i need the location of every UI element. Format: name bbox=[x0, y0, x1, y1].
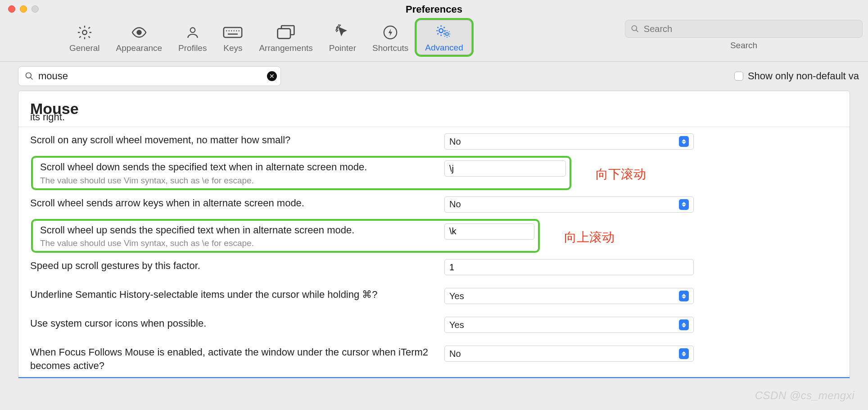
svg-line-21 bbox=[31, 77, 33, 80]
chevron-updown-icon bbox=[679, 319, 689, 330]
tab-general[interactable]: General bbox=[61, 21, 108, 55]
separator bbox=[18, 377, 850, 378]
tab-label: Pointer bbox=[329, 43, 356, 53]
tab-profiles[interactable]: Profiles bbox=[170, 21, 215, 55]
toolbar-search: Search bbox=[625, 20, 863, 50]
toolbar-tabs: General Appearance Profiles Keys bbox=[61, 20, 472, 55]
cursor-icon bbox=[335, 23, 350, 41]
tab-advanced[interactable]: Advanced bbox=[416, 20, 472, 55]
settings-list: Mouse its right. Scroll on any scroll wh… bbox=[18, 91, 850, 378]
search-icon bbox=[25, 72, 34, 81]
chevron-updown-icon bbox=[679, 348, 689, 359]
svg-point-2 bbox=[190, 27, 195, 32]
chevron-updown-icon bbox=[679, 199, 689, 210]
setting-label: Speed up scroll gestures by this factor. bbox=[30, 259, 435, 273]
svg-rect-11 bbox=[278, 29, 290, 39]
tab-label: Keys bbox=[223, 43, 242, 53]
select-control[interactable]: Yes bbox=[444, 288, 694, 304]
section-title: Mouse bbox=[18, 100, 850, 127]
setting-label: Scroll wheel sends arrow keys when in al… bbox=[30, 196, 435, 210]
tab-label: Arrangements bbox=[259, 43, 312, 53]
annotation: 向下滚动 bbox=[596, 166, 646, 183]
setting-row-highlight: Scroll wheel down sends the specified te… bbox=[31, 156, 571, 190]
filter-input[interactable] bbox=[38, 70, 262, 82]
setting-hint: The value should use Vim syntax, such as… bbox=[40, 238, 435, 248]
preferences-window: Preferences General Appearance Profi bbox=[0, 0, 868, 410]
setting-row-highlight: Scroll wheel up sends the specified text… bbox=[31, 219, 540, 253]
search-input[interactable] bbox=[644, 24, 857, 34]
gear-icon bbox=[77, 23, 93, 41]
window-title: Preferences bbox=[0, 4, 868, 15]
text-control[interactable] bbox=[444, 259, 694, 275]
setting-row: Scroll on any scroll wheel movement, no … bbox=[18, 127, 850, 156]
select-control[interactable]: Yes bbox=[444, 317, 694, 333]
keyboard-icon bbox=[223, 23, 243, 41]
select-control[interactable]: No bbox=[444, 346, 694, 362]
setting-hint: The value should use Vim syntax, such as… bbox=[40, 176, 435, 186]
select-value: Yes bbox=[449, 291, 464, 301]
toolbar: General Appearance Profiles Keys bbox=[0, 20, 868, 62]
setting-row: Scroll wheel sends arrow keys when in al… bbox=[18, 190, 850, 219]
tab-shortcuts[interactable]: Shortcuts bbox=[364, 21, 416, 55]
svg-point-17 bbox=[445, 32, 448, 35]
double-gear-icon bbox=[434, 23, 454, 41]
chevron-updown-icon bbox=[679, 136, 689, 147]
watermark: CSDN @cs_mengxi bbox=[755, 389, 854, 402]
setting-label: Underline Semantic History-selectable it… bbox=[30, 288, 435, 301]
tab-pointer[interactable]: Pointer bbox=[321, 21, 364, 55]
tab-arrangements[interactable]: Arrangements bbox=[251, 21, 321, 55]
text-control[interactable] bbox=[444, 160, 566, 177]
select-value: No bbox=[449, 199, 461, 210]
svg-rect-3 bbox=[224, 27, 242, 37]
text-control[interactable] bbox=[444, 223, 534, 240]
annotation: 向上滚动 bbox=[564, 229, 615, 246]
tab-appearance[interactable]: Appearance bbox=[108, 21, 170, 55]
tab-keys[interactable]: Keys bbox=[215, 21, 251, 55]
text-input[interactable] bbox=[449, 226, 529, 237]
setting-row: Speed up scroll gestures by this factor. bbox=[18, 253, 850, 282]
eye-icon bbox=[130, 23, 148, 41]
select-value: No bbox=[449, 137, 461, 147]
setting-row: Use system cursor icons when possible. Y… bbox=[18, 310, 850, 339]
search-label: Search bbox=[730, 41, 757, 50]
svg-point-0 bbox=[82, 30, 87, 35]
svg-line-19 bbox=[636, 30, 638, 32]
tab-label: Advanced bbox=[425, 43, 463, 53]
search-field[interactable] bbox=[625, 20, 863, 38]
svg-point-18 bbox=[632, 26, 637, 31]
filter-bar: ✕ Show only non-default va bbox=[0, 62, 868, 91]
text-input[interactable] bbox=[449, 262, 689, 273]
titlebar: Preferences bbox=[0, 0, 868, 20]
setting-label: When Focus Follows Mouse is enabled, act… bbox=[30, 346, 435, 372]
setting-row: When Focus Follows Mouse is enabled, act… bbox=[18, 339, 850, 375]
svg-point-20 bbox=[26, 73, 32, 78]
select-control[interactable]: No bbox=[444, 196, 694, 213]
setting-label: Scroll on any scroll wheel movement, no … bbox=[30, 133, 435, 147]
select-value: Yes bbox=[449, 320, 464, 330]
select-control[interactable]: No bbox=[444, 133, 694, 150]
bolt-circle-icon bbox=[383, 23, 398, 41]
person-icon bbox=[185, 23, 200, 41]
filter-field[interactable]: ✕ bbox=[18, 66, 281, 86]
text-input[interactable] bbox=[449, 164, 561, 174]
clear-filter-button[interactable]: ✕ bbox=[267, 71, 277, 81]
tab-label: General bbox=[69, 43, 100, 53]
setting-label: Scroll wheel up sends the specified text… bbox=[40, 223, 435, 237]
tab-label: Appearance bbox=[116, 43, 162, 53]
svg-point-1 bbox=[137, 31, 141, 35]
chevron-updown-icon bbox=[679, 291, 689, 301]
tab-label: Profiles bbox=[178, 43, 207, 53]
non-default-toggle[interactable]: Show only non-default va bbox=[734, 70, 859, 82]
windows-icon bbox=[277, 23, 295, 41]
setting-label: Use system cursor icons when possible. bbox=[30, 317, 435, 330]
search-icon bbox=[631, 24, 639, 33]
svg-point-16 bbox=[439, 29, 443, 33]
setting-label: Scroll wheel down sends the specified te… bbox=[40, 160, 435, 174]
non-default-label: Show only non-default va bbox=[748, 70, 859, 82]
checkbox-icon[interactable] bbox=[734, 72, 743, 81]
tab-label: Shortcuts bbox=[372, 43, 408, 53]
setting-row: Underline Semantic History-selectable it… bbox=[18, 282, 850, 310]
select-value: No bbox=[449, 349, 461, 359]
